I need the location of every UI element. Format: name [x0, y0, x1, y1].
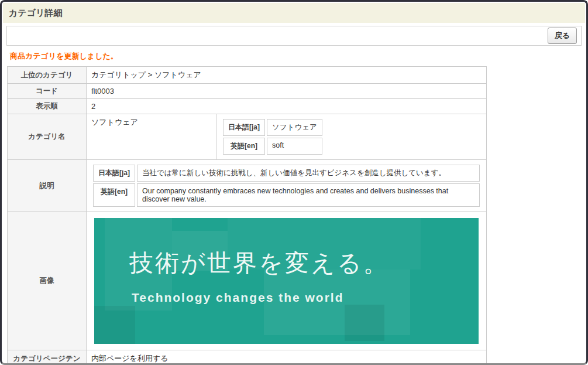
- code-value: flt0003: [87, 84, 487, 99]
- banner-image: 技術が世界を変える。 Technology changes the world: [94, 218, 479, 344]
- lang-value-en: soft: [267, 138, 322, 155]
- top-toolbar: 戻る: [6, 26, 582, 46]
- translation-row-en: 英語[en] soft: [223, 138, 322, 155]
- page-template-value: 内部ページを利用する /search_list: [87, 350, 487, 365]
- description-label: 説明: [8, 160, 87, 212]
- table-row-description: 説明 日本語[ja] 当社では常に新しい技術に挑戦し、新しい価値を見出すビジネス…: [8, 160, 487, 212]
- table-row-display-order: 表示順 2: [8, 99, 487, 114]
- category-name-value: ソフトウェア: [87, 114, 216, 160]
- category-name-translations: 日本語[ja] ソフトウェア 英語[en] soft: [221, 117, 324, 156]
- flash-message: 商品カテゴリを更新しました。: [10, 51, 578, 62]
- description-translations: 日本語[ja] 当社では常に新しい技術に挑戦し、新しい価値を見出すビジネスを創造…: [91, 163, 482, 209]
- banner-subheadline: Technology changes the world: [132, 291, 343, 305]
- parent-category-label: 上位のカテゴリ: [8, 67, 87, 84]
- page-template-line1: 内部ページを利用する: [91, 353, 482, 364]
- page-template-label: カテゴリページテンプレート: [8, 350, 87, 365]
- desc-value-ja: 当社では常に新しい技術に挑戦し、新しい価値を見出すビジネスを創造し提供しています…: [137, 165, 480, 182]
- description-row-ja: 日本語[ja] 当社では常に新しい技術に挑戦し、新しい価値を見出すビジネスを創造…: [93, 165, 480, 182]
- description-row-en: 英語[en] Our company constantly embraces n…: [93, 183, 480, 207]
- table-row-parent-category: 上位のカテゴリ カテゴリトップ > ソフトウェア: [8, 67, 487, 84]
- table-row-code: コード flt0003: [8, 84, 487, 99]
- table-row-image: 画像 技術が世界を変える。 Technology changes the wor…: [8, 212, 487, 350]
- window-frame: カテゴリ詳細 戻る 商品カテゴリを更新しました。 上位のカテゴリ カテゴリトップ…: [0, 0, 588, 365]
- category-name-label: カテゴリ名: [8, 114, 87, 160]
- parent-category-value: カテゴリトップ > ソフトウェア: [87, 67, 487, 84]
- lang-label-en: 英語[en]: [223, 138, 265, 155]
- desc-lang-label-ja: 日本語[ja]: [93, 165, 135, 182]
- page-title: カテゴリ詳細: [3, 3, 585, 23]
- display-order-value: 2: [87, 99, 487, 114]
- banner-shape: [345, 305, 384, 341]
- table-row-page-template: カテゴリページテンプレート 内部ページを利用する /search_list: [8, 350, 487, 365]
- image-label: 画像: [8, 212, 87, 350]
- banner-headline: 技術が世界を変える。: [129, 247, 389, 279]
- code-label: コード: [8, 84, 87, 99]
- category-name-translations-cell: 日本語[ja] ソフトウェア 英語[en] soft: [216, 114, 487, 160]
- display-order-label: 表示順: [8, 99, 87, 114]
- lang-value-ja: ソフトウェア: [267, 119, 322, 136]
- back-button-top[interactable]: 戻る: [548, 28, 577, 44]
- image-cell: 技術が世界を変える。 Technology changes the world: [87, 212, 487, 350]
- translation-row-ja: 日本語[ja] ソフトウェア: [223, 119, 322, 136]
- banner-shape: [94, 306, 135, 344]
- category-detail-table: 上位のカテゴリ カテゴリトップ > ソフトウェア コード flt0003 表示順…: [7, 66, 487, 365]
- lang-label-ja: 日本語[ja]: [223, 119, 265, 136]
- desc-value-en: Our company constantly embraces new tech…: [137, 183, 480, 207]
- desc-lang-label-en: 英語[en]: [93, 183, 135, 207]
- table-row-category-name: カテゴリ名 ソフトウェア 日本語[ja] ソフトウェア 英語[en] soft: [8, 114, 487, 160]
- description-cell: 日本語[ja] 当社では常に新しい技術に挑戦し、新しい価値を見出すビジネスを創造…: [87, 160, 487, 212]
